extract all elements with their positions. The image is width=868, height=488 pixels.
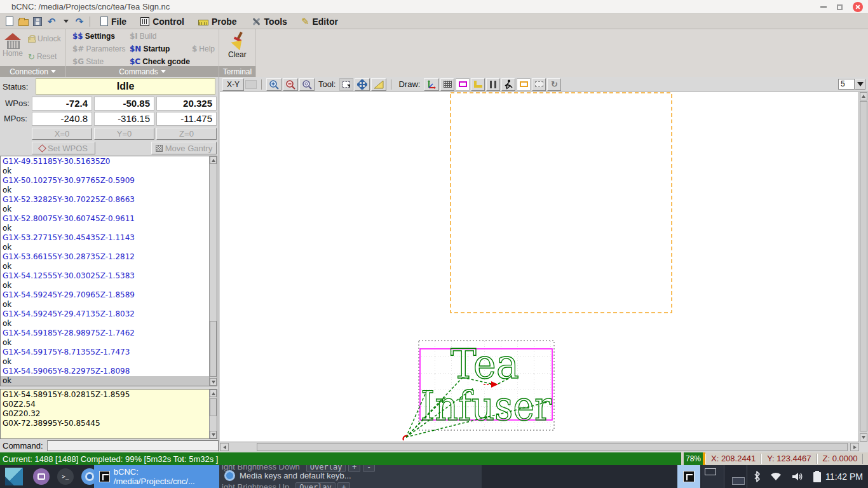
taskbar-item-bcnc[interactable]: bCNC: /media/Projects/cnc/... <box>94 465 219 488</box>
tab-file[interactable]: File <box>93 14 133 29</box>
scroll-down-arrow[interactable] <box>860 433 867 442</box>
new-file-button[interactable] <box>3 15 17 28</box>
volume-icon[interactable] <box>791 471 804 482</box>
gcode-canvas[interactable]: Tea Infuser <box>220 92 859 442</box>
close-button[interactable] <box>853 2 863 12</box>
settings-button[interactable]: $$ Settings <box>72 32 115 41</box>
wifi-icon[interactable] <box>770 471 782 482</box>
clear-terminal-button[interactable]: Clear <box>228 32 247 59</box>
zoom-fit-button[interactable] <box>299 78 315 91</box>
log-line[interactable]: ok <box>3 319 209 329</box>
canvas-vertical-scrollbar[interactable] <box>859 92 868 442</box>
command-input[interactable] <box>47 440 219 451</box>
log-line[interactable]: ok <box>3 262 209 271</box>
wpos-y[interactable]: -50.85 <box>94 97 154 111</box>
clock[interactable]: 11:42 PM <box>825 465 863 488</box>
battery-icon[interactable] <box>813 470 822 483</box>
connection-group-bar[interactable]: Connection <box>0 66 65 77</box>
tab-tools[interactable]: Tools <box>244 14 294 29</box>
workspace-switcher[interactable] <box>702 465 747 488</box>
unlock-button[interactable]: Unlock <box>28 34 61 43</box>
draw-probe-button[interactable] <box>486 78 500 91</box>
pending-scrollbar[interactable] <box>209 390 217 438</box>
pending-scrollbar-thumb[interactable] <box>210 398 217 416</box>
app-launcher-icon[interactable] <box>5 468 23 485</box>
canvas-horizontal-scrollbar[interactable] <box>220 442 859 452</box>
software-center-icon[interactable] <box>33 468 50 485</box>
reset-button[interactable]: ↻ Reset <box>28 52 57 61</box>
tray-bcnc-icon[interactable] <box>677 465 700 488</box>
home-button[interactable]: Home <box>3 33 23 58</box>
build-button[interactable]: $I Build <box>130 32 157 41</box>
redo-button[interactable]: ↷ <box>72 15 86 28</box>
log-line[interactable]: G1X-54.12555Y-30.03025Z-1.5383 <box>3 271 209 281</box>
zoom-level-input[interactable]: 5 <box>838 79 855 90</box>
machine-status[interactable]: Idle <box>36 78 215 95</box>
workspace-1[interactable] <box>702 465 724 488</box>
canvas-vscroll-thumb[interactable] <box>860 101 867 431</box>
log-line[interactable]: G1X-49.51185Y-30.51635Z0 <box>3 157 209 166</box>
log-line[interactable]: G1X-53.27715Y-30.45435Z-1.1143 <box>3 233 209 243</box>
terminal-app-icon[interactable]: >_ <box>57 468 74 485</box>
check-gcode-button[interactable]: $C Check gcode <box>130 57 190 66</box>
help-button[interactable]: $ Help <box>192 44 215 53</box>
log-line[interactable]: G1X-53.66155Y-30.28735Z-1.2812 <box>3 252 209 262</box>
log-line[interactable]: ok <box>3 243 209 252</box>
draw-camera-button[interactable] <box>532 78 546 91</box>
draw-grid-button[interactable] <box>440 78 454 91</box>
log-line[interactable]: ok <box>3 166 209 176</box>
maximize-button[interactable] <box>837 4 843 10</box>
undo-dropdown-button[interactable] <box>58 15 72 28</box>
titlebar[interactable]: bCNC: /media/Projects/cnc/tea/Tea Sign.n… <box>0 0 868 14</box>
log-line[interactable]: G1X-50.10275Y-30.97765Z-0.5909 <box>3 176 209 186</box>
draw-path-button[interactable]: ↻ <box>547 78 561 91</box>
log-line[interactable]: G1X-54.59185Y-28.98975Z-1.7462 <box>3 329 209 338</box>
draw-margin-button[interactable] <box>456 78 470 91</box>
tab-probe[interactable]: Probe <box>191 14 244 29</box>
taskbar-item-media-keys[interactable]: Media keys and default keyb... <box>224 470 351 481</box>
draw-workarea-button[interactable] <box>517 78 531 91</box>
workspace-2[interactable] <box>724 465 747 488</box>
scroll-left-arrow[interactable] <box>220 443 229 451</box>
log-line[interactable]: ok <box>3 186 209 195</box>
terminal-log[interactable]: G1X-49.51185Y-30.51635Z0 ok G1X-50.10275… <box>0 156 217 386</box>
scroll-down-arrow[interactable] <box>210 431 217 438</box>
pending-commands[interactable]: G1X-54.58915Y-8.02815Z-1.8595 G0Z2.54 G0… <box>0 389 217 439</box>
bluetooth-icon[interactable] <box>753 471 761 482</box>
minimize-button[interactable] <box>820 6 827 8</box>
log-line[interactable]: ok <box>3 224 209 233</box>
draw-rapid-button[interactable] <box>501 78 515 91</box>
log-line[interactable]: ok <box>3 205 209 214</box>
log-line-selected[interactable]: ok <box>1 376 209 386</box>
zoom-out-button[interactable] <box>283 78 298 91</box>
scroll-up-arrow[interactable] <box>860 92 867 100</box>
set-wpos-button[interactable]: Set WPOS <box>32 142 95 154</box>
open-file-button[interactable] <box>17 15 31 28</box>
log-line[interactable]: ok <box>3 281 209 290</box>
scroll-up-arrow[interactable] <box>210 390 217 397</box>
draw-axes-button[interactable] <box>424 78 439 91</box>
view-indicator[interactable] <box>245 80 257 89</box>
log-scrollbar[interactable] <box>209 156 217 386</box>
tool-select-button[interactable] <box>339 78 353 91</box>
draw-ruler-button[interactable] <box>471 78 485 91</box>
move-gantry-button[interactable]: Move Gantry <box>151 142 217 154</box>
zero-x-button[interactable]: X=0 <box>32 128 92 140</box>
scroll-right-arrow[interactable] <box>850 443 859 451</box>
tab-control[interactable]: Control <box>133 14 191 29</box>
log-line[interactable]: G1X-54.59065Y-8.22975Z-1.8098 <box>3 367 209 376</box>
scroll-up-arrow[interactable] <box>210 156 217 164</box>
canvas-hscroll-thumb[interactable] <box>257 443 848 451</box>
log-line[interactable]: ok <box>3 338 209 348</box>
log-scrollbar-thumb[interactable] <box>210 321 217 377</box>
wpos-z[interactable]: 20.325 <box>156 97 217 111</box>
undo-button[interactable]: ↶ <box>44 15 58 28</box>
view-select-button[interactable]: X-Y <box>222 78 244 91</box>
save-file-button[interactable] <box>31 15 44 28</box>
tool-ruler-button[interactable] <box>371 78 386 91</box>
wpos-x[interactable]: -72.4 <box>32 97 92 111</box>
zero-z-button[interactable]: Z=0 <box>156 128 217 140</box>
tab-editor[interactable]: ✎ Editor <box>294 14 345 29</box>
zero-y-button[interactable]: Y=0 <box>94 128 154 140</box>
log-line[interactable]: G1X-54.59245Y-29.70965Z-1.8589 <box>3 290 209 300</box>
